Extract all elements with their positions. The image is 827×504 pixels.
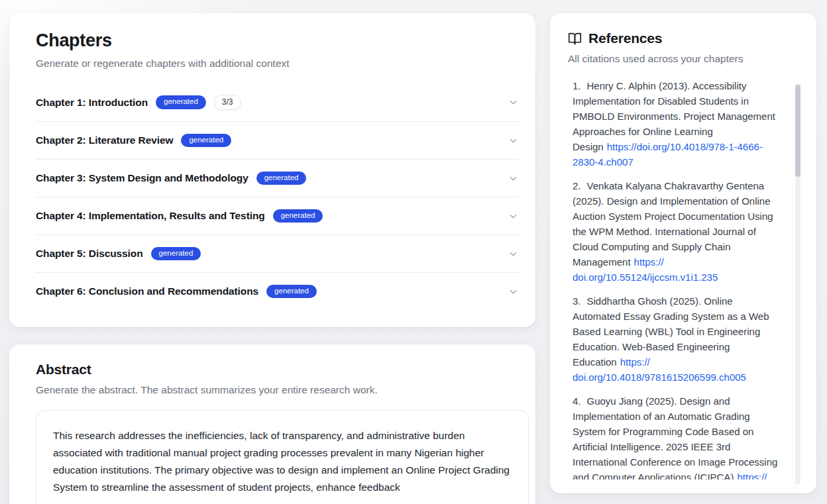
generated-badge: generated: [266, 285, 317, 299]
chevron-down-icon[interactable]: [508, 174, 518, 183]
generated-badge: generated: [181, 134, 231, 148]
chevron-down-icon[interactable]: [508, 211, 518, 221]
reference-number: 3.: [573, 295, 581, 307]
chapter-row-6[interactable]: Chapter 6: Conclusion and Recommendation…: [36, 272, 518, 310]
chapter-row-5[interactable]: Chapter 5: Discussion generated: [36, 234, 518, 272]
reference-item-4: 4.Guoyu Jiang (2025). Design and Impleme…: [573, 393, 779, 479]
abstract-textarea[interactable]: This research addresses the inefficienci…: [36, 410, 529, 504]
chapter-row-3[interactable]: Chapter 3: System Design and Methodology…: [36, 159, 518, 197]
scrollbar[interactable]: [795, 83, 800, 485]
chapter-row-4[interactable]: Chapter 4: Implementation, Results and T…: [36, 197, 518, 234]
chapter-title: Chapter 1: Introduction: [36, 97, 148, 109]
chevron-down-icon[interactable]: [508, 249, 518, 259]
chapter-row-2[interactable]: Chapter 2: Literature Review generated: [36, 121, 518, 159]
abstract-subtitle: Generate the abstract. The abstract summ…: [36, 384, 520, 396]
references-subtitle: All citations used across your chapters: [568, 53, 798, 65]
references-header: References: [568, 30, 798, 46]
chapter-row-1[interactable]: Chapter 1: Introduction generated 3/3: [36, 83, 518, 121]
reference-number: 2.: [573, 180, 581, 191]
book-open-icon: [568, 32, 582, 46]
chapter-title: Chapter 5: Discussion: [36, 248, 143, 260]
reference-text: Venkata Kalyana Chakravarthy Gentena (20…: [573, 180, 773, 268]
chapter-title: Chapter 2: Literature Review: [36, 134, 173, 146]
reference-number: 4.: [573, 395, 581, 407]
reference-item-3: 3.Siddhartha Ghosh (2025). Online Automa…: [573, 293, 779, 385]
generated-badge: generated: [151, 247, 201, 261]
chapter-list: Chapter 1: Introduction generated 3/3 Ch…: [36, 83, 518, 310]
references-card: References All citations used across you…: [550, 13, 816, 493]
references-list: 1.Henry C. Alphin (2013). Accessibility …: [568, 78, 798, 479]
chapter-title: Chapter 4: Implementation, Results and T…: [36, 210, 265, 222]
generated-badge: generated: [273, 209, 323, 223]
chapter-title: Chapter 6: Conclusion and Recommendation…: [36, 285, 258, 297]
references-title: References: [588, 30, 662, 46]
abstract-card: Abstract Generate the abstract. The abst…: [9, 344, 535, 504]
reference-text: Guoyu Jiang (2025). Design and Implement…: [573, 395, 777, 479]
chapters-title: Chapters: [36, 30, 518, 51]
reference-number: 1.: [573, 80, 581, 91]
reference-item-1: 1.Henry C. Alphin (2013). Accessibility …: [573, 78, 779, 170]
generated-badge: generated: [256, 172, 307, 185]
abstract-title: Abstract: [36, 362, 520, 378]
scrollbar-thumb[interactable]: [795, 85, 800, 177]
chevron-down-icon[interactable]: [508, 136, 518, 146]
reference-text: Siddhartha Ghosh (2025). Online Automate…: [573, 295, 769, 368]
reference-item-2: 2.Venkata Kalyana Chakravarthy Gentena (…: [573, 178, 779, 285]
chevron-down-icon[interactable]: [508, 287, 518, 297]
section-count-badge: 3/3: [214, 95, 241, 110]
chapter-title: Chapter 3: System Design and Methodology: [36, 172, 248, 184]
generated-badge: generated: [156, 95, 206, 109]
chapters-subtitle: Generate or regenerate chapters with add…: [36, 58, 518, 70]
chevron-down-icon[interactable]: [508, 97, 518, 107]
chapters-card: Chapters Generate or regenerate chapters…: [9, 13, 535, 327]
